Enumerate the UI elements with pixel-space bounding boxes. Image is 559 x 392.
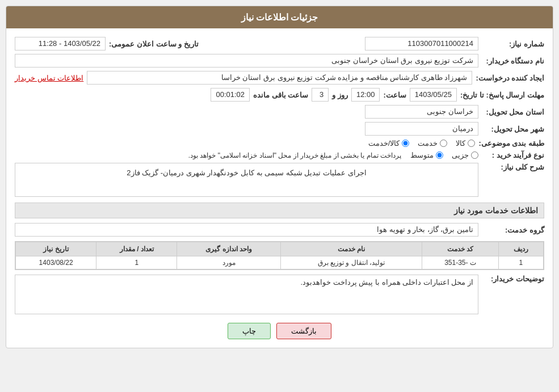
creator-value: شهرزاد طاهری کارشناس مناقصه و مزایده شرک…: [87, 71, 472, 85]
buyer-notes-label: توضیحات خریدار:: [482, 275, 544, 283]
col-unit: واحد اندازه گیری: [177, 242, 280, 256]
deadline-days: 3: [312, 88, 329, 102]
purchase-radio-motavasset[interactable]: [436, 151, 443, 159]
city-label: شهر محل تحویل:: [482, 125, 544, 133]
page-title: جزئیات اطلاعات نیاز: [241, 12, 318, 22]
purchase-type-motavasset: متوسط: [410, 151, 443, 159]
deadline-time: 12:00: [351, 88, 380, 102]
col-date: تاریخ نیاز: [16, 242, 96, 256]
description-value: اجرای عملیات تبدیل شبکه سیمی به کابل خود…: [15, 163, 478, 197]
purchase-motavasset-label: متوسط: [410, 151, 434, 159]
purchase-type-jozii: جزیی: [452, 151, 478, 159]
buyer-org-value: شرکت توزیع نیروی برق استان خراسان جنوبی: [15, 54, 478, 68]
city-value: درمیان: [365, 122, 478, 136]
category-label: طبقه بندی موضوعی:: [478, 139, 544, 147]
services-section-title: اطلاعات خدمات مورد نیاز: [15, 203, 544, 218]
deadline-date: 1403/05/25: [410, 88, 457, 102]
category-option-kala: کالا: [456, 139, 475, 147]
deadline-label: مهلت ارسال پاسخ: تا تاریخ:: [460, 91, 544, 99]
announce-value: 1403/05/22 - 11:28: [15, 37, 106, 50]
deadline-remaining-label: ساعت باقی مانده: [253, 91, 308, 99]
services-table: ردیف کد خدمت نام خدمت واحد اندازه گیری ت…: [15, 241, 544, 270]
category-radio-kala[interactable]: [468, 140, 475, 147]
category-option-kala-khedmat: کالا/خدمت: [368, 139, 410, 147]
cell-row: 1: [498, 256, 543, 269]
print-button[interactable]: چاپ: [228, 323, 271, 339]
category-radio-group: کالا خدمت کالا/خدمت: [368, 139, 476, 147]
cell-qty: 1: [96, 256, 177, 269]
creator-link[interactable]: اطلاعات تماس خریدار: [15, 74, 83, 82]
category-radio-khedmat[interactable]: [440, 140, 447, 147]
category-radio-kala-khedmat[interactable]: [402, 140, 409, 147]
province-label: استان محل تحویل:: [482, 108, 544, 116]
creator-label: ایجاد کننده درخواست:: [476, 74, 544, 82]
purchase-type-radio-group: جزیی متوسط: [410, 151, 478, 159]
col-code: کد خدمت: [422, 242, 498, 256]
button-row: بازگشت چاپ: [15, 323, 544, 339]
cell-unit: مورد: [177, 256, 280, 269]
buyer-org-label: نام دستگاه خریدار:: [482, 57, 544, 65]
buyer-notes-value: از محل اعتبارات داخلی همراه با پیش پرداخ…: [15, 275, 478, 314]
cell-name: تولید، انتقال و توزیع برق: [280, 256, 422, 269]
deadline-remaining: 00:01:02: [211, 88, 250, 102]
service-group-label: گروه خدمت:: [482, 226, 544, 234]
province-value: خراسان جنوبی: [365, 105, 478, 119]
deadline-time-label: ساعت:: [383, 91, 406, 99]
category-kala-khedmat-label: کالا/خدمت: [368, 139, 400, 147]
col-name: نام خدمت: [280, 242, 422, 256]
cell-code: ت -35-351: [422, 256, 498, 269]
purchase-type-note: پرداخت تمام یا بخشی از مبلغ خریدار از مح…: [188, 151, 401, 159]
category-kala-label: کالا: [456, 139, 465, 147]
cell-date: 1403/08/22: [16, 256, 96, 269]
page-header: جزئیات اطلاعات نیاز: [6, 6, 553, 28]
category-option-khedmat: خدمت: [418, 139, 447, 147]
announce-label: تاریخ و ساعت اعلان عمومی:: [109, 40, 199, 48]
table-row: 1 ت -35-351 تولید، انتقال و توزیع برق مو…: [16, 256, 544, 269]
back-button[interactable]: بازگشت: [276, 323, 331, 339]
deadline-days-label: روز و: [332, 91, 348, 99]
purchase-jozii-label: جزیی: [452, 151, 469, 159]
purchase-type-label: نوع فرآیند خرید :: [482, 151, 544, 159]
col-row: ردیف: [498, 242, 543, 256]
purchase-radio-jozii[interactable]: [471, 151, 478, 159]
col-qty: تعداد / مقدار: [96, 242, 177, 256]
category-khedmat-label: خدمت: [418, 139, 438, 147]
description-label: شرح کلی نیاز:: [482, 163, 544, 171]
need-number-label: شماره نیاز:: [482, 40, 544, 48]
service-group-value: تامین برق، گاز، بخار و تهویه هوا: [15, 223, 478, 237]
need-number-value: 1103007011000214: [365, 37, 478, 50]
